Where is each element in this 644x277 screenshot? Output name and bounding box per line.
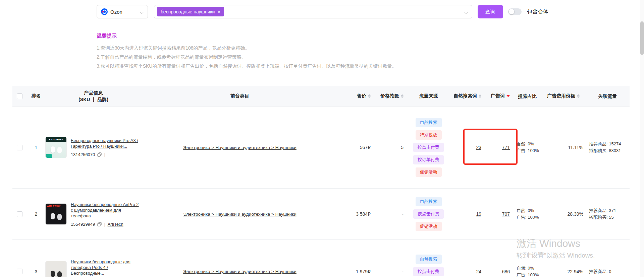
sort-icons-active[interactable] (506, 95, 510, 97)
traffic-badge[interactable]: 促销活动 (416, 167, 442, 177)
traffic-badge[interactable]: 自然搜索 (416, 118, 442, 127)
chevron-down-icon (140, 10, 144, 14)
sku-value: 1554929949 (71, 222, 95, 227)
product-image[interactable] (45, 261, 67, 277)
keyword-multiselect[interactable]: беспроводные наушники × (154, 5, 472, 18)
traffic-badge[interactable]: 按点击付费 (413, 143, 444, 152)
row-checkbox[interactable] (17, 145, 22, 150)
table-row: 2 AIR PRO2 Наушники беспроводные AirPro … (12, 189, 630, 240)
related-bundled: 搭配购买: 55 (589, 214, 630, 221)
search-share-ads: 广告: 100% (517, 272, 543, 277)
copy-icon[interactable] (97, 222, 102, 226)
keyword-tag-remove-icon[interactable]: × (218, 9, 220, 14)
price-index-value: 5 (374, 145, 408, 150)
ad-keywords-count-link[interactable]: 771 (502, 145, 510, 150)
header-price-index[interactable]: 价格指数 (374, 93, 408, 99)
header-search-share: 搜索占比 (512, 93, 543, 99)
product-image[interactable]: НАУШНИКИ (45, 137, 67, 158)
sku-brand-divider: | (104, 152, 105, 157)
platform-select-value: Ozon (110, 9, 122, 15)
sku-value: 1314256070 (71, 152, 95, 157)
traffic-badge[interactable]: 按订单付费 (413, 155, 444, 164)
platform-select[interactable]: Ozon (97, 5, 148, 18)
organic-keywords-count-link[interactable]: 19 (476, 211, 481, 217)
price-value: 3 584₽ (335, 211, 374, 217)
product-title-link[interactable]: Наушники беспроводные для телефона Pods … (71, 259, 142, 276)
traffic-badges: 自然搜索 按点击付费 促销活动 (408, 197, 449, 231)
header-rank: 排名 (27, 93, 45, 99)
query-button[interactable]: 查询 (478, 5, 503, 18)
chevron-down-icon (464, 10, 468, 14)
ad-keywords-count-link[interactable]: 686 (502, 269, 510, 274)
traffic-badge[interactable]: 自然搜索 (416, 197, 442, 206)
sort-icons[interactable] (368, 94, 371, 98)
earbuds-graphic (51, 213, 55, 219)
rank-value: 1 (27, 145, 45, 150)
keyword-tag-label: беспроводные наушники (161, 9, 215, 14)
product-title-link[interactable]: Беспроводные наушники Pro A3 / Гарнитура… (71, 138, 142, 149)
search-share-ads: 广告: 100% (517, 147, 543, 154)
traffic-badge[interactable]: 促销活动 (416, 222, 442, 231)
windows-watermark: 激活 Windows 转到“设置”以激活 Windows。 (517, 238, 599, 260)
price-index-value: - (374, 269, 408, 274)
copy-icon[interactable] (97, 152, 102, 157)
header-ad-cost-share[interactable]: 广告费用份额 (543, 93, 585, 99)
earbuds-graphic (51, 271, 55, 277)
product-title-link[interactable]: Наушники беспроводные AirPro 2 с шумопод… (71, 202, 142, 219)
product-image-caption: НАУШНИКИ (46, 137, 66, 142)
traffic-badge[interactable]: 自然搜索 (416, 255, 442, 264)
rank-value: 3 (27, 269, 45, 274)
price-index-value: - (374, 211, 408, 217)
tip-line: 2.了解自己产品的流量结构，或参考标杆竞品的流量布局制定运营策略。 (97, 53, 396, 62)
brand-link[interactable]: ArtiTech (108, 222, 123, 227)
traffic-badge[interactable]: 按点击付费 (413, 209, 444, 219)
table-header-row: 排名 产品信息 (SKU 丨 品牌) 前台类目 售价 价格指数 流量来源 自然搜… (12, 86, 630, 107)
related-recommended: 推荐商品: 0 (589, 268, 630, 275)
traffic-badge[interactable]: 按点击付费 (413, 267, 444, 276)
tip-line: 3.您可以精准查找每个SKU的所有流量词和广告出价，包括自然搜索词、模版和登上顶… (97, 62, 396, 71)
sort-icons[interactable] (577, 94, 580, 98)
category-link[interactable]: Электроника > Наушники и аудиотехника > … (183, 269, 297, 274)
header-related-traffic: 关联流量 (585, 93, 630, 99)
product-image[interactable]: AIR PRO2 (45, 203, 67, 225)
price-value: 1 979₽ (335, 269, 374, 274)
organic-keywords-count-link[interactable]: 23 (476, 145, 481, 150)
ad-keywords-count-link[interactable]: 707 (502, 211, 510, 217)
ad-cost-share-value: 22.94% (543, 269, 585, 274)
ozon-logo (101, 8, 108, 15)
sort-icons[interactable] (479, 94, 481, 98)
windows-watermark-line1: 激活 Windows (517, 238, 599, 249)
header-organic-keywords[interactable]: 自然搜索词 (449, 93, 485, 99)
header-ad-keywords[interactable]: 广告词 (485, 93, 512, 99)
select-all-checkbox[interactable] (17, 93, 22, 99)
related-traffic-cell: 推荐商品: 15274 搭配购买: 88031 (585, 141, 630, 154)
row-checkbox[interactable] (17, 211, 22, 217)
page-edge-divider (3, 0, 3, 277)
search-share-organic: 自然: 0% (517, 265, 543, 272)
ad-cost-share-value: 11.11% (543, 145, 585, 150)
tip-line: 1.查询近30天内进入过该关键词搜索结果前108的产品，竞品分析更精确。 (97, 44, 396, 53)
related-recommended: 推荐商品: 371 (589, 207, 630, 214)
header-product: 产品信息 (SKU 丨 品牌) (45, 89, 144, 103)
search-share-cell: 自然: 0% 广告: 100% (512, 141, 543, 154)
search-share-organic: 自然: 0% (517, 207, 543, 214)
toolbar: Ozon беспроводные наушники × 查询 包含变体 (97, 5, 548, 18)
table-row: 1 НАУШНИКИ Беспроводные наушники Pro A3 … (12, 107, 630, 189)
category-link[interactable]: Электроника > Наушники и аудиотехника > … (183, 212, 297, 217)
ad-cost-share-value: 28.39% (543, 211, 585, 217)
header-price[interactable]: 售价 (335, 93, 374, 99)
search-share-cell: 自然: 0% 广告: 100% (512, 207, 543, 221)
header-category: 前台类目 (144, 93, 335, 99)
traffic-badge[interactable]: 特别投放 (416, 130, 442, 140)
scrollbar[interactable] (640, 0, 644, 277)
include-variants-toggle[interactable] (508, 8, 522, 15)
price-value: 567₽ (335, 145, 374, 150)
organic-keywords-count-link[interactable]: 24 (476, 269, 481, 274)
traffic-badges: 自然搜索 特别投放 按点击付费 按订单付费 促销活动 (408, 118, 449, 177)
product-image-caption: AIR PRO2 (46, 204, 66, 208)
sort-icons[interactable] (401, 94, 404, 98)
row-checkbox[interactable] (17, 269, 22, 274)
scrollbar-thumb[interactable] (640, 21, 644, 55)
category-link[interactable]: Электроника > Наушники и аудиотехника > … (183, 145, 297, 150)
sku-brand-divider: | (104, 222, 105, 227)
